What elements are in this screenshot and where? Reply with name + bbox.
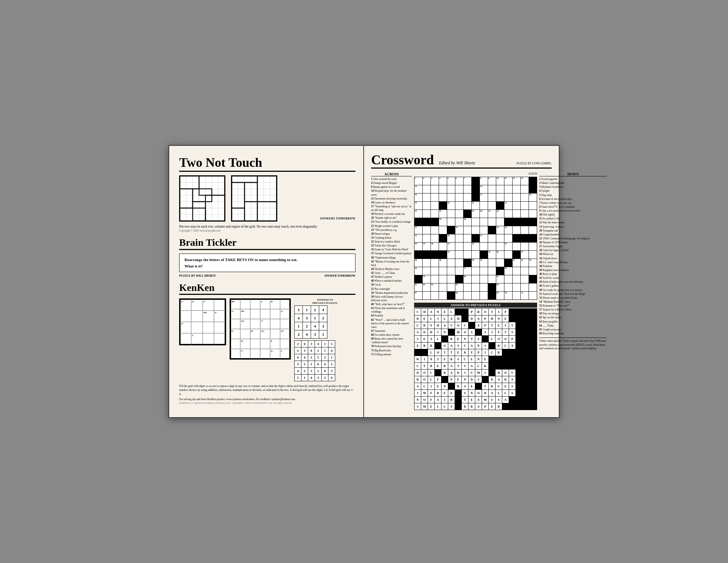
bt-answer-tomorrow: ANSWER TOMORROW: [324, 274, 355, 277]
kk-cell: [270, 329, 280, 339]
kk-cell: 6×: [230, 329, 240, 339]
clue-8: 8 Bump against in a crowd: [371, 185, 412, 189]
cw-cell: [488, 226, 496, 234]
kk-ans-cell: 4: [295, 368, 301, 374]
clue-67: 67 Guarantee: [371, 329, 412, 333]
answer-cell: S: [482, 342, 488, 349]
tnt-grid-1: [179, 175, 225, 222]
clue-60: 60 "Well, what have we here?!": [371, 303, 412, 306]
kk-cell: [214, 333, 225, 345]
cw-cell: [513, 292, 520, 299]
answer-cell: A: [448, 370, 455, 376]
answer-cell: D: [421, 329, 428, 335]
clue-14: 14 Hospital dept. for the neediest cases: [371, 189, 412, 196]
kk-cell: [250, 349, 260, 359]
kk-ans-cell: 4: [328, 347, 335, 354]
cw-cell-number: 53: [521, 259, 523, 261]
answer-cell: [441, 336, 448, 342]
answer-cell: T: [462, 363, 468, 369]
cw-cell: 70: [504, 292, 512, 299]
answer-cell: E: [421, 315, 428, 322]
answer-cell: [509, 315, 515, 322]
kk-ans-cell: 2: [308, 354, 315, 361]
cw-cell: [414, 251, 422, 259]
cw-cell-number: 54: [529, 259, 531, 261]
kk-cell: [250, 309, 260, 319]
cw-cell: [455, 218, 463, 226]
cw-cell-number: 71: [521, 292, 523, 294]
cw-cell: [472, 185, 480, 193]
cw-cell: [423, 259, 430, 267]
cw-cell-number: 61: [497, 276, 499, 278]
kk-ans-cell: 3: [295, 306, 303, 314]
clue-d46: 46 Texter's guffaw: [539, 284, 607, 288]
cw-cell: 11: [504, 177, 512, 185]
clue-29: 29 Desert refuges: [371, 232, 412, 236]
clue-68: 68 Fox talent show winner: [371, 333, 412, 337]
cw-cell: 18: [529, 193, 537, 201]
kk-cell: [214, 299, 225, 310]
kk-4x4-grid: 2− 2÷ 1− 18× 3− 7+: [179, 298, 226, 345]
cw-cell: [447, 226, 455, 234]
cw-cell-number: 41: [448, 243, 450, 245]
cw-cell: [521, 234, 529, 242]
cw-cell: 54: [529, 259, 537, 267]
kk-cell: 2÷: [280, 309, 290, 319]
answer-cell: E: [469, 383, 475, 389]
answer-cell: S: [414, 403, 421, 410]
cw-cell: 43: [504, 243, 512, 250]
cw-cell: [472, 267, 480, 275]
cw-cell: [496, 193, 504, 201]
cw-cell: [480, 243, 488, 250]
answer-cell: R: [441, 363, 448, 369]
answer-cell: E: [435, 363, 441, 369]
bt-title: Brain Tickler: [179, 237, 355, 250]
clue-d5: 5 Dog strap: [539, 193, 607, 197]
answer-cell: T: [435, 356, 441, 362]
answer-cell: S: [509, 329, 515, 335]
cw-cell: [439, 185, 447, 193]
kk-ans-cell: 1: [308, 361, 315, 367]
answer-cell: O: [421, 376, 428, 383]
answer-cell: E: [496, 322, 502, 329]
tnt-note: Put two stars in each row, column and re…: [179, 224, 355, 229]
cw-cell: [464, 251, 471, 259]
answer-cell: [421, 349, 428, 356]
cw-cell: 29: [439, 218, 447, 226]
answer-cell: T: [462, 397, 468, 403]
cw-cell-number: 19: [415, 202, 417, 204]
answer-cell: W: [414, 356, 421, 362]
crossword-main: ACROSS 1 Once around the track 4 Orange-…: [371, 172, 552, 410]
cw-cell: [480, 267, 488, 275]
cw-cell: 8: [480, 177, 488, 185]
cw-cell: 49: [439, 259, 447, 267]
answer-cell: T: [509, 322, 515, 329]
kk-ans-cell: 1: [315, 368, 321, 374]
cw-cell-number: 62: [415, 284, 417, 286]
answer-cell: R: [435, 390, 441, 396]
cw-cell: [431, 292, 439, 299]
answer-cell: R: [462, 349, 468, 356]
kk-answers-title: ANSWERS TOPREVIOUS PUZZLES: [294, 298, 355, 304]
clue-17: 17 *Something to "take me out to," in an…: [371, 205, 412, 212]
cw-cell: [488, 292, 496, 299]
cw-cell: 45: [488, 251, 496, 259]
cw-cell: 28: [496, 210, 504, 218]
cw-cell: [455, 234, 463, 242]
clue-d39: 39 Knighted actor Guinness: [539, 269, 607, 272]
answer-cell: E: [414, 342, 421, 349]
cw-cell-number: 26: [480, 210, 482, 212]
answer-cell: T: [441, 349, 448, 356]
answer-cell: K: [482, 363, 488, 369]
cw-cell: [423, 234, 430, 242]
kk-ans-cell: 1: [301, 375, 308, 381]
answer-cell: I: [441, 397, 448, 403]
answer-cell: [455, 397, 461, 403]
clue-16: 16 Loose, as shoelaces: [371, 201, 412, 205]
cw-cell: 3: [431, 177, 439, 185]
clue-d41: 41 Swill for swine: [539, 276, 607, 280]
answer-cell: C: [462, 322, 468, 329]
answer-cell: E: [469, 397, 475, 403]
cw-cell: 7: [464, 177, 471, 185]
cw-cell: [513, 193, 520, 201]
